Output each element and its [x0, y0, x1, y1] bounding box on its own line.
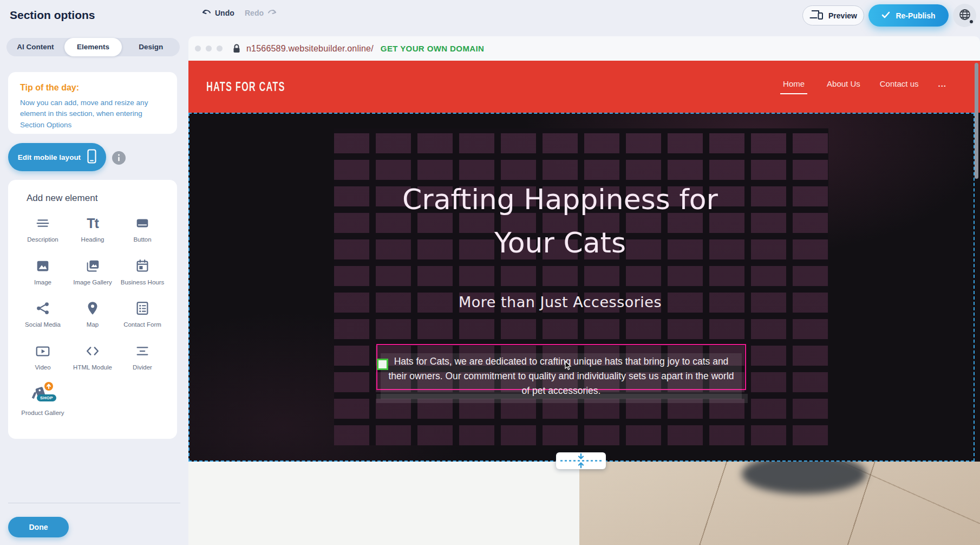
cat-shadow	[742, 462, 866, 494]
republish-button[interactable]: Re-Publish	[868, 4, 949, 27]
hero-heading[interactable]: Crafting Happiness for Your Cats	[313, 178, 807, 264]
redo-icon	[267, 8, 277, 17]
add-button[interactable]: Button	[117, 215, 167, 244]
nav-contact-us[interactable]: Contact us	[880, 79, 919, 94]
lock-icon	[233, 44, 240, 53]
hero-section[interactable]: Crafting Happiness for Your Cats More th…	[188, 113, 980, 462]
add-html-module[interactable]: HTML Module	[68, 342, 117, 372]
add-heading[interactable]: Tt Heading	[68, 215, 117, 244]
redo-label: Redo	[245, 9, 264, 17]
edit-mobile-label: Edit mobile layout	[18, 153, 81, 161]
tab-ai-content[interactable]: AI Content	[6, 38, 64, 56]
site-nav: Home About Us Contact us ...	[780, 79, 946, 94]
add-image[interactable]: Image	[18, 257, 68, 287]
tab-elements[interactable]: Elements	[64, 38, 122, 56]
info-icon	[112, 151, 126, 165]
floor-photo	[579, 462, 980, 545]
next-section[interactable]	[188, 462, 980, 545]
image-icon	[35, 257, 51, 275]
add-image-gallery[interactable]: Image Gallery	[68, 257, 117, 287]
site-url[interactable]: n1566589.websitebuilder.online/	[246, 44, 374, 54]
business-hours-icon	[134, 257, 151, 275]
upgrade-arrow-icon	[44, 382, 53, 391]
preview-label: Preview	[828, 11, 857, 20]
button-icon	[134, 215, 151, 232]
preview-button[interactable]: Preview	[802, 5, 864, 25]
panel-tabs: AI Content Elements Design	[6, 38, 180, 56]
contact-form-icon	[134, 300, 151, 317]
site-header: HATS FOR CATS Home About Us Contact us .…	[188, 61, 980, 113]
section-resize-handle[interactable]	[556, 452, 606, 469]
add-video[interactable]: Video	[18, 342, 68, 372]
browser-chrome: n1566589.websitebuilder.online/ GET YOUR…	[188, 36, 980, 61]
add-element-grid: Description Tt Heading Button Image	[18, 215, 167, 418]
info-button[interactable]	[112, 151, 126, 165]
done-button[interactable]: Done	[8, 517, 69, 537]
resize-arrows-icon	[559, 453, 603, 469]
add-new-element-card: Add new element Description Tt Heading B…	[8, 180, 177, 439]
browser-dot	[206, 46, 212, 51]
nav-more[interactable]: ...	[938, 79, 946, 94]
edit-mobile-layout-button[interactable]: Edit mobile layout	[8, 143, 106, 171]
add-contact-form[interactable]: Contact Form	[117, 300, 167, 329]
devices-icon	[809, 9, 824, 22]
divider-icon	[134, 342, 151, 360]
preview-scrollbar[interactable]	[975, 63, 978, 179]
nav-about-us[interactable]: About Us	[827, 79, 860, 94]
element-hover-strip	[376, 394, 748, 403]
phone-icon	[87, 149, 96, 165]
undo-button[interactable]: Undo	[201, 8, 234, 17]
video-icon	[35, 342, 51, 360]
browser-dot	[217, 46, 223, 51]
map-icon	[84, 300, 101, 317]
add-business-hours[interactable]: Business Hours	[117, 257, 167, 287]
product-gallery-icon: SHOP	[28, 385, 57, 405]
tip-body: Now you can add, move and resize any ele…	[20, 98, 165, 131]
social-media-icon	[35, 300, 51, 317]
browser-dot	[195, 46, 201, 51]
redo-button[interactable]: Redo	[245, 8, 277, 17]
add-product-gallery[interactable]: SHOP Product Gallery	[18, 385, 68, 418]
panel-divider	[8, 503, 180, 503]
element-drag-handle[interactable]	[377, 359, 388, 370]
undo-label: Undo	[215, 9, 234, 17]
hero-paragraph[interactable]: Hats for Cats, we are dedicated to craft…	[381, 353, 742, 399]
undo-icon	[201, 8, 211, 17]
check-icon	[881, 11, 890, 20]
add-social-media[interactable]: Social Media	[18, 300, 68, 329]
description-icon	[35, 215, 51, 232]
image-gallery-icon	[84, 257, 101, 275]
nav-home[interactable]: Home	[780, 79, 807, 94]
shop-badge: SHOP	[37, 394, 56, 401]
globe-icon	[958, 8, 971, 23]
get-domain-link[interactable]: GET YOUR OWN DOMAIN	[381, 44, 485, 53]
republish-label: Re-Publish	[896, 11, 935, 20]
selected-text-element[interactable]: Hats for Cats, we are dedicated to craft…	[376, 344, 746, 390]
site-logo[interactable]: HATS FOR CATS	[206, 80, 285, 94]
add-element-title: Add new element	[27, 193, 167, 204]
heading-icon: Tt	[87, 215, 99, 232]
add-description[interactable]: Description	[18, 215, 68, 244]
language-globe-button[interactable]	[953, 4, 976, 27]
tab-design[interactable]: Design	[122, 38, 180, 56]
page-title: Section options	[10, 9, 95, 22]
add-map[interactable]: Map	[68, 300, 117, 329]
hero-subheading[interactable]: More than Just Accessories	[313, 294, 807, 310]
globe-status-dot	[970, 20, 973, 23]
tip-title: Tip of the day:	[20, 83, 165, 93]
html-module-icon	[84, 342, 101, 360]
tip-of-the-day-card: Tip of the day: Now you can add, move an…	[8, 72, 177, 134]
add-divider[interactable]: Divider	[117, 342, 167, 372]
website-builder-app: Undo Redo Preview Re-Publish Section opt…	[0, 0, 980, 545]
